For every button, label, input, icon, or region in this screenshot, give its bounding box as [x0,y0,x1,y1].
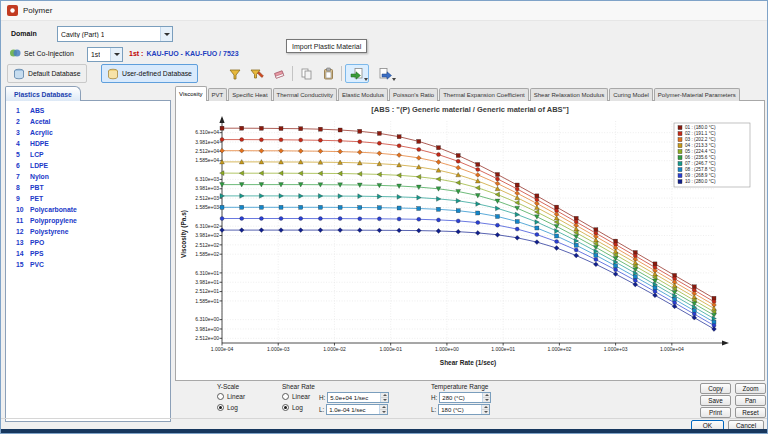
save-button[interactable]: Save [700,395,731,406]
spin-down-icon[interactable] [483,398,490,402]
shear-low-value: 1.0e-04 1/sec [327,407,367,413]
filter-edit-button[interactable] [247,64,267,83]
plastics-item-nylon[interactable]: 7Nylon [6,171,170,182]
tab-viscosity[interactable]: Viscosity [175,86,207,101]
plastics-item-pet[interactable]: 9PET [6,193,170,204]
y-scale-log-radio[interactable]: Log [217,404,238,411]
dropdown-icon[interactable] [110,48,122,61]
spin-down-icon[interactable] [482,410,489,414]
tab-thermal-conductivity[interactable]: Thermal Conductivity [273,88,337,101]
y-tick-label: 6.310e+01 [195,270,219,276]
co-injection-label: Set Co-Injection [24,50,74,57]
item-number: 4 [16,140,30,147]
radio-icon[interactable] [282,404,289,411]
domain-select[interactable]: Cavity (Part) 1 [57,26,173,42]
spinner[interactable] [379,405,387,414]
toolbar-separator [292,66,293,81]
plastics-item-ldpe[interactable]: 6LDPE [6,160,170,171]
legend-entry: 01 : (180.0 °C) [685,125,716,130]
plastics-item-lcp[interactable]: 5LCP [6,149,170,160]
dropdown-icon[interactable] [160,27,172,41]
eraser-button[interactable] [269,64,289,83]
item-number: 12 [16,228,30,235]
plastics-panel: 1ABS2Acetal3Acrylic4HDPE5LCP6LDPE7Nylon8… [5,100,171,422]
plastics-item-pvc[interactable]: 15PVC [6,259,170,270]
legend-entry: 10 : (280.0 °C) [685,179,716,184]
import-material-button[interactable] [345,64,369,83]
plastics-item-acrylic[interactable]: 3Acrylic [6,127,170,138]
reset-button[interactable]: Reset [735,407,766,418]
shear-log-radio[interactable]: Log [282,404,303,411]
legend-swatch [678,180,682,184]
app-icon [7,5,18,16]
series-06 [220,183,717,318]
x-tick-label: 1.000e-01 [379,346,402,352]
legend-swatch [678,162,682,166]
tab-elastic-modulus[interactable]: Elastic Modulus [338,88,388,101]
item-name: PPS [30,250,44,257]
print-button[interactable]: Print [700,407,731,418]
tab-pvt[interactable]: PVT [208,88,228,101]
plastics-item-hdpe[interactable]: 4HDPE [6,138,170,149]
spinner[interactable] [481,405,489,414]
y-tick-label: 2.512e+01 [195,288,219,294]
spinner[interactable] [380,393,388,402]
export-material-button[interactable] [373,64,397,83]
plastics-item-polystyrene[interactable]: 12Polystyrene [6,226,170,237]
temperature-low-field[interactable]: L: 180 (°C) [431,404,490,415]
plastics-item-abs[interactable]: 1ABS [6,105,170,116]
tab-thermal-expansion-coefficient[interactable]: Thermal Expansion Coefficient [439,88,529,101]
y-tick-label: 2.512e+03 [195,195,219,201]
item-number: 1 [16,107,30,114]
dropdown-caret-icon[interactable] [364,78,368,81]
plastics-database-tab[interactable]: Plastics Database [5,86,81,101]
filter-edit-icon [250,67,264,81]
plastics-item-acetal[interactable]: 2Acetal [6,116,170,127]
y-tick-label: 2.512e+04 [195,148,219,154]
copy-material-button[interactable] [296,64,316,83]
temperature-range-label: Temperature Range [431,383,488,390]
plastics-item-polypropylene[interactable]: 11Polypropylene [6,215,170,226]
y-tick-label: 6.310e+03 [195,176,219,182]
item-number: 2 [16,118,30,125]
spinner[interactable] [482,393,490,402]
co-injection-slot-select[interactable]: 1st [87,47,123,62]
default-database-button[interactable]: Default Database [7,64,87,83]
shear-high-field[interactable]: H: 5.0e+04 1/sec [319,392,389,403]
shear-linear-radio[interactable]: Linear [282,393,310,400]
tab-polymer-material-parameters[interactable]: Polymer-Material Parameters [654,88,740,101]
plastics-item-pps[interactable]: 14PPS [6,248,170,259]
filter-button[interactable] [225,64,245,83]
user-defined-database-button[interactable]: User-defined Database [101,64,198,83]
plastics-item-pbt[interactable]: 8PBT [6,182,170,193]
y-tick-label: 2.512e+02 [195,242,219,248]
plastics-item-ppo[interactable]: 13PPO [6,237,170,248]
tab-curing-model[interactable]: Curing Model [609,88,653,101]
spin-down-icon[interactable] [380,410,387,414]
y-tick-label: 2.512e+00 [195,335,219,341]
zoom-button[interactable]: Zoom [735,383,766,394]
plastics-item-polycarbonate[interactable]: 10Polycarbonate [6,204,170,215]
item-name: ABS [30,107,44,114]
eraser-icon [272,67,286,81]
spin-down-icon[interactable] [381,398,388,402]
temperature-high-field[interactable]: H: 280 (°C) [431,392,491,403]
legend-swatch [678,156,682,160]
database-user-icon [107,68,119,80]
dropdown-caret-icon[interactable] [392,78,396,81]
shear-low-field[interactable]: L: 1.0e-04 1/sec [319,404,388,415]
y-scale-linear-radio[interactable]: Linear [217,393,245,400]
radio-icon[interactable] [217,393,224,400]
pan-button[interactable]: Pan [735,395,766,406]
chart-title: [ABS : "(P) Generic material / Generic m… [176,105,764,114]
paste-icon [322,67,335,80]
domain-label: Domain [11,30,37,37]
radio-icon[interactable] [217,404,224,411]
x-tick-label: 1.000e-02 [323,346,346,352]
copy-button[interactable]: Copy [700,383,731,394]
paste-material-button[interactable] [318,64,338,83]
tab-shear-relaxation-modulus[interactable]: Shear Relaxation Modulus [530,88,608,101]
tab-specific-heat[interactable]: Specific Heat [228,88,271,101]
radio-icon[interactable] [282,393,289,400]
tab-poisson-s-ratio[interactable]: Poisson's Ratio [389,88,438,101]
